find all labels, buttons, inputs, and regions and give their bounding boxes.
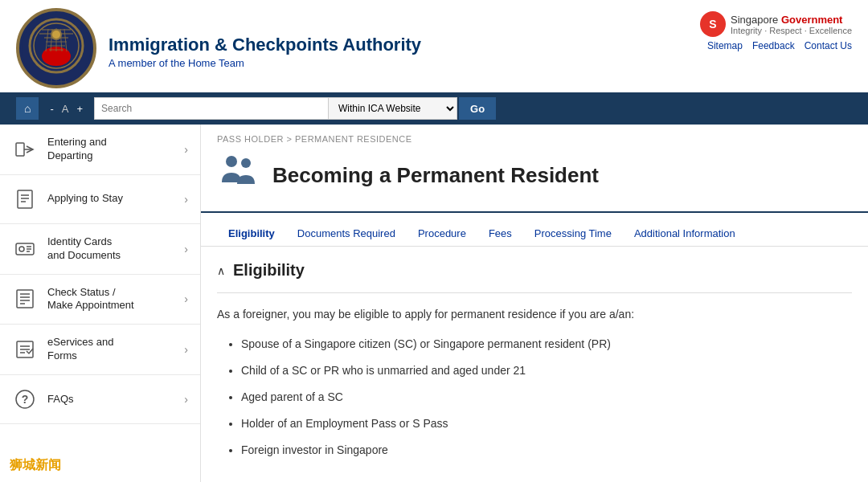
tab-procedure[interactable]: Procedure <box>407 221 477 246</box>
check-status-arrow: › <box>184 292 188 305</box>
sidebar-label-faqs: FAQs <box>47 393 174 406</box>
sitemap-link[interactable]: Sitemap <box>707 40 743 51</box>
pr-icon <box>217 150 260 200</box>
content-body: ∧ Eligibility As a foreigner, you may be… <box>201 247 868 482</box>
bullet-list: Spouse of a Singapore citizen (SC) or Si… <box>217 336 852 459</box>
org-title-area: Immigration & Checkpoints Authority A me… <box>108 28 421 69</box>
section-divider <box>217 292 852 293</box>
search-input[interactable] <box>94 97 329 120</box>
tab-processing-time[interactable]: Processing Time <box>523 221 623 246</box>
sg-gov-label: Singapore Government <box>731 14 852 26</box>
contact-link[interactable]: Contact Us <box>805 40 852 51</box>
sg-gov-badge: S Singapore Government Integrity · Respe… <box>700 11 852 37</box>
sidebar-label-applying-to-stay: Applying to Stay <box>47 192 174 206</box>
bullet-item: Aged parent of a SC <box>241 389 852 406</box>
logo-area: Immigration & Checkpoints Authority A me… <box>16 8 421 88</box>
eservices-icon <box>12 337 38 362</box>
sg-integrity: Integrity · Respect · Excellence <box>731 26 852 35</box>
bullet-item: Spouse of a Singapore citizen (SC) or Si… <box>241 336 852 353</box>
watermark: 狮城新闻 <box>6 455 64 476</box>
font-increase-button[interactable]: + <box>73 101 86 116</box>
eservices-arrow: › <box>184 343 188 356</box>
page-header: Becoming a Permanent Resident <box>201 147 868 213</box>
tab-fees[interactable]: Fees <box>477 221 523 246</box>
applying-to-stay-icon <box>12 186 38 212</box>
main-layout: Entering andDeparting › Applying to Stay… <box>0 125 868 482</box>
content-area: PASS HOLDER > PERMANENT RESIDENCE Becomi… <box>201 125 868 482</box>
font-decrease-button[interactable]: - <box>47 101 56 116</box>
font-controls: - A + <box>47 101 86 116</box>
top-links: Sitemap Feedback Contact Us <box>707 40 852 51</box>
font-label: A <box>62 103 69 115</box>
tab-navigation: Eligibility Documents Required Procedure… <box>201 213 868 247</box>
svg-point-15 <box>52 31 60 39</box>
org-name: Immigration & Checkpoints Authority <box>108 35 421 55</box>
sg-gov-logo: S <box>700 11 726 37</box>
identity-cards-arrow: › <box>184 243 188 255</box>
svg-text:?: ? <box>22 393 29 406</box>
search-go-button[interactable]: Go <box>459 97 496 120</box>
breadcrumb: PASS HOLDER > PERMANENT RESIDENCE <box>201 125 868 147</box>
sidebar: Entering andDeparting › Applying to Stay… <box>0 125 201 482</box>
applying-to-stay-arrow: › <box>184 193 188 206</box>
faqs-arrow: › <box>184 393 188 406</box>
svg-point-25 <box>19 247 24 251</box>
section-title: Eligibility <box>233 261 305 280</box>
sidebar-label-check-status: Check Status /Make Appointment <box>47 286 174 313</box>
bullet-item: Holder of an Employment Pass or S Pass <box>241 415 852 432</box>
home-button[interactable]: ⌂ <box>16 97 39 120</box>
sidebar-item-identity-cards[interactable]: Identity Cardsand Documents › <box>0 224 200 275</box>
top-header: Immigration & Checkpoints Authority A me… <box>0 0 868 92</box>
entering-departing-icon <box>12 137 38 162</box>
identity-cards-icon <box>12 236 38 262</box>
sidebar-item-eservices[interactable]: eServices andForms › <box>0 325 200 375</box>
search-scope-select[interactable]: Within ICA Website <box>329 97 457 120</box>
svg-text:S: S <box>709 18 716 31</box>
ica-logo <box>16 8 96 88</box>
svg-rect-29 <box>17 290 33 308</box>
feedback-link[interactable]: Feedback <box>752 40 795 51</box>
sidebar-item-faqs[interactable]: ? FAQs › <box>0 375 200 424</box>
search-bar: Within ICA Website Go <box>94 97 496 120</box>
entering-departing-arrow: › <box>184 143 188 156</box>
top-right: S Singapore Government Integrity · Respe… <box>700 8 852 51</box>
tab-additional-info[interactable]: Additional Information <box>623 221 747 246</box>
bullet-item: Foreign investor in Singapore <box>241 442 852 459</box>
check-status-icon <box>12 286 38 312</box>
sidebar-item-entering-departing[interactable]: Entering andDeparting › <box>0 125 200 175</box>
nav-bar: ⌂ - A + Within ICA Website Go <box>0 92 868 125</box>
page-title: Becoming a Permanent Resident <box>272 163 599 188</box>
faqs-icon: ? <box>12 386 38 412</box>
tab-eligibility[interactable]: Eligibility <box>217 221 286 246</box>
sidebar-item-check-status[interactable]: Check Status /Make Appointment › <box>0 275 200 325</box>
sidebar-label-eservices: eServices andForms <box>47 336 174 363</box>
intro-text: As a foreigner, you may be eligible to a… <box>217 306 852 323</box>
section-header: ∧ Eligibility <box>217 261 852 280</box>
svg-point-41 <box>241 158 251 168</box>
tab-documents[interactable]: Documents Required <box>286 221 407 246</box>
collapse-icon[interactable]: ∧ <box>217 264 225 277</box>
sidebar-label-identity-cards: Identity Cardsand Documents <box>47 235 174 263</box>
org-subtitle: A member of the Home Team <box>108 57 421 69</box>
svg-rect-18 <box>16 143 24 156</box>
sidebar-label-entering-departing: Entering andDeparting <box>47 136 174 163</box>
svg-point-40 <box>226 156 237 167</box>
svg-rect-20 <box>18 190 32 208</box>
bullet-item: Child of a SC or PR who is unmarried and… <box>241 362 852 379</box>
sidebar-item-applying-to-stay[interactable]: Applying to Stay › <box>0 175 200 224</box>
